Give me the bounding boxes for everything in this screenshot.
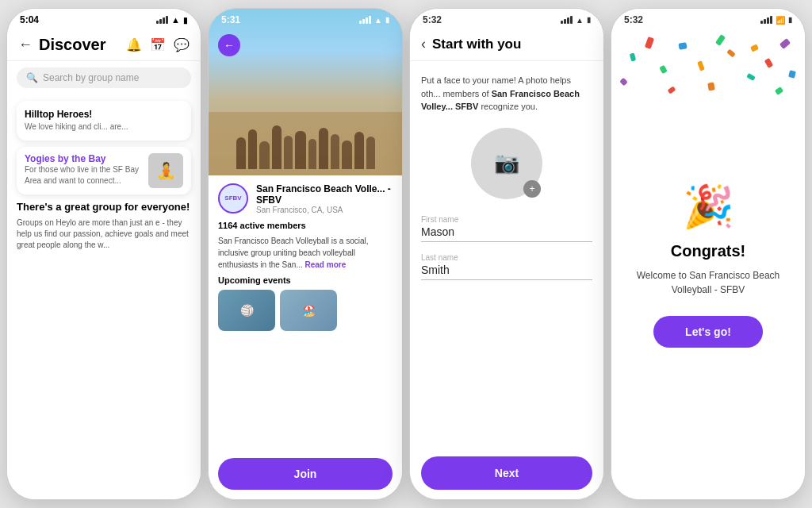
status-bar-4: 5:32 📶 ▮: [611, 9, 805, 31]
signal-icon-3: [561, 16, 573, 24]
back-icon-3[interactable]: ‹: [421, 36, 426, 52]
back-button-2[interactable]: ←: [218, 34, 240, 56]
wifi-icon-4: 📶: [776, 16, 785, 25]
search-icon: 🔍: [26, 72, 38, 83]
group-name: San Francisco Beach Volle... - SFBV: [256, 183, 393, 206]
title-row: ← Discover: [18, 36, 106, 54]
promo-desc: Groups on Heylo are more than just an e …: [17, 217, 191, 251]
confetti-area: [611, 31, 805, 190]
chat-icon[interactable]: 💬: [174, 37, 190, 52]
discover-title: Discover: [39, 36, 106, 54]
group-info-text: San Francisco Beach Volle... - SFBV San …: [256, 183, 393, 214]
congrats-title: Congrats!: [671, 242, 745, 260]
first-name-value[interactable]: Mason: [421, 225, 592, 238]
group-location: San Francisco, CA, USA: [256, 206, 393, 214]
camera-placeholder-icon: 📷: [494, 151, 519, 175]
status-bar-1: 5:04 ▲ ▮: [7, 9, 201, 31]
join-btn-container: Join: [209, 452, 402, 499]
next-btn-container: Next: [410, 450, 603, 499]
signal-icon-2: [359, 16, 371, 24]
first-name-field: First name Mason: [421, 215, 592, 242]
battery-icon-4: ▮: [788, 16, 792, 24]
header-actions: 🔔 📅 💬: [126, 37, 190, 52]
group-description: San Francisco Beach Volleyball is a soci…: [218, 235, 393, 271]
status-bar-2: 5:31 ▲ ▮: [209, 9, 402, 31]
promo-section: There's a great group for everyone! Grou…: [17, 201, 191, 251]
read-more-link[interactable]: Read more: [305, 260, 347, 269]
group-detail-body: SFBV San Francisco Beach Volle... - SFBV…: [209, 175, 402, 452]
time-4: 5:32: [624, 14, 643, 25]
yogies-text: Yogies by the Bay For those who live in …: [25, 153, 142, 187]
signal-icon-4: [760, 16, 772, 24]
event-thumb-2[interactable]: 🏖️: [280, 290, 337, 331]
status-bar-3: 5:32 ▲ ▮: [410, 9, 603, 31]
battery-icon-1: ▮: [183, 16, 188, 25]
start-subtitle: Put a face to your name! A photo helps o…: [421, 74, 592, 114]
status-icons-3: ▲ ▮: [561, 16, 591, 25]
screen-group-detail: 5:31 ▲ ▮: [208, 8, 403, 500]
last-name-field: Last name Smith: [421, 253, 592, 280]
wifi-icon-3: ▲: [576, 16, 584, 25]
yogies-desc: For those who live in the SF Bay Area an…: [25, 164, 142, 187]
wifi-icon-2: ▲: [374, 16, 382, 25]
start-header: ‹ Start with you: [410, 31, 603, 61]
time-2: 5:31: [221, 14, 240, 25]
time-1: 5:04: [20, 14, 39, 25]
group-card-hilltop[interactable]: Hilltop Heroes! We love hiking and cli..…: [17, 101, 191, 140]
yogies-image: 🧘: [148, 153, 183, 188]
back-icon[interactable]: ←: [18, 37, 33, 53]
battery-icon-2: ▮: [385, 16, 389, 24]
calendar-icon[interactable]: 📅: [150, 37, 166, 52]
join-button[interactable]: Join: [218, 458, 393, 490]
hilltop-name: Hilltop Heroes!: [25, 109, 183, 120]
event-thumbnails: 🏐 🏖️: [218, 290, 393, 331]
event-thumb-1[interactable]: 🏐: [218, 290, 275, 331]
group-silhouettes: [209, 112, 402, 175]
last-name-value[interactable]: Smith: [421, 264, 592, 276]
lets-go-button[interactable]: Let's go!: [653, 316, 763, 348]
search-placeholder: Search by group name: [43, 72, 139, 83]
screen-discover: 5:04 ▲ ▮ ← Discover 🔔 📅 💬: [6, 8, 201, 500]
wifi-icon-1: ▲: [171, 15, 180, 25]
group-hero-image: ←: [209, 9, 402, 175]
camera-add-icon: +: [523, 180, 541, 198]
group-avatar: SFBV: [218, 183, 248, 214]
promo-title: There's a great group for everyone!: [17, 201, 191, 214]
signal-icon-1: [156, 16, 168, 24]
yogies-name: Yogies by the Bay: [25, 153, 142, 164]
first-name-label: First name: [421, 215, 592, 224]
bell-icon[interactable]: 🔔: [126, 37, 142, 52]
search-bar[interactable]: 🔍 Search by group name: [17, 67, 191, 88]
upcoming-events-title: Upcoming events: [218, 275, 393, 285]
last-name-label: Last name: [421, 253, 592, 262]
screen-start-with-you: 5:32 ▲ ▮ ‹ Start with you Put a face to …: [409, 8, 604, 500]
congrats-body: 🎉 Congrats! Welcome to San Francisco Bea…: [611, 31, 805, 499]
group-info-row: SFBV San Francisco Beach Volle... - SFBV…: [218, 183, 393, 214]
next-button[interactable]: Next: [421, 456, 592, 490]
members-count: 1164 active members: [218, 221, 393, 230]
screens-container: 5:04 ▲ ▮ ← Discover 🔔 📅 💬: [0, 0, 812, 508]
hilltop-desc: We love hiking and cli... are...: [25, 121, 183, 133]
status-icons-1: ▲ ▮: [156, 15, 188, 25]
discover-content: Hilltop Heroes! We love hiking and cli..…: [7, 94, 201, 499]
time-3: 5:32: [423, 14, 442, 25]
discover-header: ← Discover 🔔 📅 💬: [7, 31, 201, 61]
status-icons-4: 📶 ▮: [760, 16, 792, 25]
group-card-yogies[interactable]: Yogies by the Bay For those who live in …: [17, 147, 191, 194]
start-title: Start with you: [432, 37, 521, 52]
battery-icon-3: ▮: [587, 16, 591, 24]
avatar-upload[interactable]: 📷 +: [471, 128, 542, 199]
party-emoji: 🎉: [683, 183, 734, 231]
status-icons-2: ▲ ▮: [359, 16, 389, 25]
start-body: Put a face to your name! A photo helps o…: [410, 61, 603, 450]
screen-congrats: 5:32 📶 ▮ 🎉 Congrats! Welcome to San Fran…: [611, 8, 806, 500]
congrats-description: Welcome to San Francisco Beach Volleybal…: [637, 268, 780, 297]
